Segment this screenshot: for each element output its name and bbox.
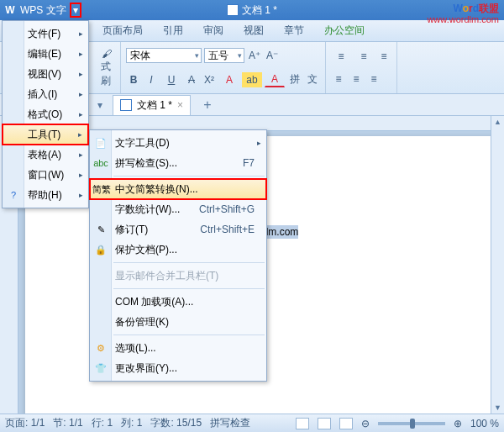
menu-backup[interactable]: 备份管理(K): [90, 312, 266, 332]
status-bar: 页面: 1/1 节: 1/1 行: 1 列: 1 字数: 15/15 拼写检查 …: [0, 414, 504, 432]
menu-skin[interactable]: 👕更改界面(Y)...: [90, 358, 266, 378]
menu-com-addins[interactable]: COM 加载项(A)...: [90, 292, 266, 312]
italic-button[interactable]: I: [144, 72, 159, 87]
menu-revision[interactable]: ✎修订(T)Ctrl+Shift+E: [90, 219, 266, 240]
chinese-convert-icon: 简繁: [95, 182, 108, 196]
status-page: 页面: 1/1: [5, 416, 45, 430]
align-center-button[interactable]: ≡: [349, 71, 364, 87]
menu-window[interactable]: 窗口(W)▸: [3, 165, 88, 185]
menu-protect[interactable]: 🔒保护文档(P)...: [90, 240, 266, 260]
brush-icon: 🖌: [102, 48, 112, 60]
gear-icon: ⚙: [94, 341, 108, 355]
close-tab-button[interactable]: ×: [177, 99, 183, 111]
font-color-button[interactable]: A: [265, 72, 285, 87]
ime-button[interactable]: 拼: [287, 72, 302, 87]
menu-chinese-convert[interactable]: 简繁中文简繁转换(N)...: [90, 179, 266, 199]
font-size-combo[interactable]: 五号: [204, 48, 244, 63]
font-family-combo[interactable]: 宋体: [126, 48, 202, 63]
lock-icon: 🔒: [94, 243, 108, 256]
numbering-button[interactable]: ≡: [354, 49, 374, 64]
tab-reference[interactable]: 引用: [153, 20, 193, 41]
view-outline-button[interactable]: [339, 418, 353, 429]
menu-text-tools[interactable]: 📄文字工具(D)▸: [90, 133, 266, 153]
align-right-button[interactable]: ≡: [366, 71, 381, 87]
vertical-scrollbar[interactable]: [491, 116, 504, 414]
document-tab-label: 文档 1 *: [137, 98, 172, 113]
status-section: 节: 1/1: [53, 416, 82, 430]
status-spell[interactable]: 拼写检查: [210, 416, 250, 430]
status-words: 字数: 15/15: [150, 416, 202, 430]
revision-icon: ✎: [94, 223, 108, 236]
tools-submenu: 📄文字工具(D)▸ abc拼写检查(S)...F7 简繁中文简繁转换(N)...…: [89, 129, 267, 382]
tab-nav-button[interactable]: ▾: [92, 97, 108, 113]
view-print-button[interactable]: [296, 418, 309, 429]
menu-tools[interactable]: 工具(T)▸: [3, 124, 88, 145]
strike-button[interactable]: A: [184, 72, 199, 87]
tab-chapter[interactable]: 章节: [274, 20, 314, 41]
menu-mailmerge: 显示邮件合并工具栏(T): [90, 266, 266, 286]
grow-font-button[interactable]: A⁺: [247, 48, 262, 63]
help-icon: ?: [7, 188, 20, 202]
align-left-button[interactable]: ≡: [331, 71, 346, 87]
title-bar: W WPS 文字 ▾ 文档 1 * Word联盟 www.wordlm.com: [0, 0, 504, 20]
bold-button[interactable]: B: [126, 72, 141, 87]
menu-spellcheck[interactable]: abc拼写检查(S)...F7: [90, 153, 266, 173]
menu-help[interactable]: ?帮助(H)▸: [3, 185, 88, 205]
menu-options[interactable]: ⚙选项(L)...: [90, 338, 266, 358]
document-title: 文档 1 *: [227, 3, 277, 18]
ext-button[interactable]: 文: [305, 72, 320, 87]
menu-table[interactable]: 表格(A)▸: [3, 145, 88, 165]
view-web-button[interactable]: [318, 418, 331, 429]
zoom-level[interactable]: 100 %: [470, 418, 499, 429]
main-menu: 文件(F)▸ 编辑(E)▸ 视图(V)▸ 插入(I)▸ 格式(O)▸ 工具(T)…: [2, 20, 89, 208]
menu-edit[interactable]: 编辑(E)▸: [3, 44, 88, 64]
watermark-url: www.wordlm.com: [427, 14, 499, 24]
status-row: 行: 1: [92, 416, 113, 430]
text-effect-button[interactable]: A: [219, 72, 239, 87]
menu-format[interactable]: 格式(O)▸: [3, 104, 88, 124]
format-painter-button[interactable]: 🖌 式刷: [97, 46, 115, 90]
tab-workspace[interactable]: 办公空间: [314, 20, 375, 41]
skin-icon: 👕: [94, 361, 108, 375]
underline-button[interactable]: U: [161, 72, 181, 87]
document-name: 文档 1 *: [242, 3, 277, 18]
menu-wordcount[interactable]: 字数统计(W)...Ctrl+Shift+G: [90, 199, 266, 219]
spellcheck-icon: abc: [94, 156, 108, 170]
zoom-slider[interactable]: [378, 422, 445, 425]
document-icon: [120, 99, 132, 111]
menu-view[interactable]: 视图(V)▸: [3, 64, 88, 84]
menu-separator: [113, 262, 265, 263]
zoom-in-button[interactable]: ⊕: [454, 418, 462, 429]
menu-separator: [113, 335, 265, 335]
menu-file[interactable]: 文件(F)▸: [3, 24, 88, 44]
menu-insert[interactable]: 插入(I)▸: [3, 84, 88, 104]
document-icon: [227, 4, 239, 16]
zoom-out-button[interactable]: ⊖: [361, 418, 370, 429]
tab-view[interactable]: 视图: [234, 20, 274, 41]
watermark: Word联盟 www.wordlm.com: [427, 2, 499, 24]
status-col: 列: 1: [121, 416, 142, 430]
tab-layout[interactable]: 页面布局: [92, 20, 153, 41]
app-logo-icon: W: [3, 3, 17, 17]
bullets-button[interactable]: ≡: [331, 49, 351, 64]
menu-separator: [113, 288, 265, 289]
classic-menu-toggle[interactable]: ▾: [70, 3, 81, 18]
app-name: WPS 文字: [20, 3, 66, 18]
tab-review[interactable]: 审阅: [193, 20, 234, 41]
indent-dec-button[interactable]: ≡: [376, 49, 391, 64]
text-tools-icon: 📄: [94, 136, 108, 150]
highlight-button[interactable]: ab: [242, 72, 262, 87]
menu-separator: [113, 176, 265, 176]
superscript-button[interactable]: X²: [202, 72, 217, 87]
shrink-font-button[interactable]: A⁻: [265, 48, 280, 63]
new-tab-button[interactable]: +: [199, 97, 216, 113]
document-tab[interactable]: 文档 1 * ×: [113, 95, 191, 115]
